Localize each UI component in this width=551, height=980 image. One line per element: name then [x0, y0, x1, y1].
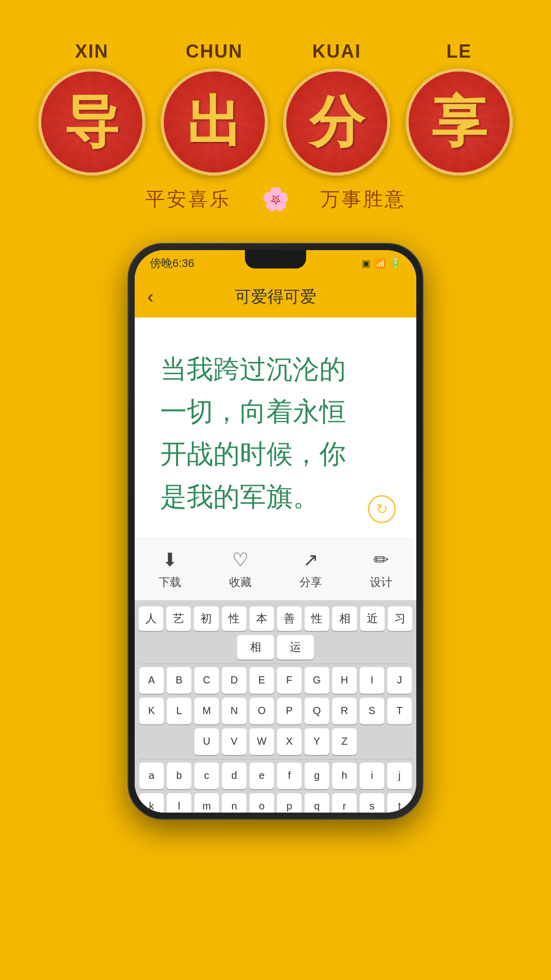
status-time: 傍晚6:36: [150, 256, 194, 271]
key-m[interactable]: m: [194, 793, 219, 813]
key-q[interactable]: q: [305, 793, 329, 813]
key-E[interactable]: E: [249, 667, 274, 694]
key-a[interactable]: a: [139, 763, 164, 789]
key-c[interactable]: c: [194, 763, 219, 789]
key-A[interactable]: A: [139, 667, 164, 694]
key-p[interactable]: p: [277, 793, 302, 813]
design-action[interactable]: ✏ 设计: [370, 549, 392, 590]
key-J[interactable]: J: [387, 667, 412, 694]
char-item-xin: XIN 导: [38, 41, 145, 176]
keyboard-row-2: K L M N O P Q R S T: [139, 698, 412, 724]
key-W[interactable]: W: [249, 728, 274, 755]
key-s[interactable]: s: [360, 793, 384, 813]
key-P[interactable]: P: [277, 698, 302, 724]
key-l[interactable]: l: [167, 793, 191, 813]
key-X[interactable]: X: [277, 728, 302, 755]
subtitle-left: 平安喜乐: [145, 186, 231, 212]
key-Z[interactable]: Z: [332, 728, 357, 755]
key-suggestion-6[interactable]: 性: [305, 606, 329, 631]
key-n[interactable]: n: [222, 793, 246, 813]
keyboard-divider-2: [139, 759, 412, 760]
keyboard-row-5: k l m n o p q r s t: [139, 793, 412, 813]
wifi-icon: 📶: [374, 258, 386, 269]
char-item-kuai: KUAI 分: [283, 41, 390, 176]
char-label-xin: XIN: [75, 41, 109, 62]
key-suggestion-1[interactable]: 艺: [166, 606, 191, 631]
key-L[interactable]: L: [167, 698, 191, 724]
key-suggestion-2[interactable]: 初: [194, 606, 218, 631]
char-chinese-kuai: 分: [309, 94, 364, 150]
key-f[interactable]: f: [277, 763, 302, 789]
key-d[interactable]: d: [222, 763, 246, 789]
key-i[interactable]: i: [360, 763, 384, 789]
char-circle-chun[interactable]: 出: [161, 68, 268, 176]
key-R[interactable]: R: [332, 698, 357, 724]
char-circle-kuai[interactable]: 分: [283, 68, 390, 176]
key-suggestion-11[interactable]: 运: [277, 635, 314, 659]
key-suggestion-4[interactable]: 本: [249, 606, 274, 631]
status-bar: 傍晚6:36 ▣ 📶 🔋: [135, 250, 416, 277]
share-action[interactable]: ↗ 分享: [299, 549, 322, 590]
keyboard-row-3: U V W X Y Z: [139, 728, 412, 755]
key-S[interactable]: S: [360, 698, 384, 724]
content-area: 当我跨过沉沦的一切，向着永恒开战的时候，你是我的军旗。 ↻: [135, 317, 416, 538]
char-chinese-chun: 出: [187, 94, 242, 150]
key-T[interactable]: T: [387, 698, 412, 724]
key-V[interactable]: V: [222, 728, 246, 755]
main-text: 当我跨过沉沦的一切，向着永恒开战的时候，你是我的军旗。: [160, 348, 391, 518]
key-I[interactable]: I: [360, 667, 384, 694]
key-e[interactable]: e: [249, 763, 274, 789]
key-Y[interactable]: Y: [305, 728, 329, 755]
key-D[interactable]: D: [222, 667, 246, 694]
pencil-icon: ✏: [373, 549, 389, 571]
key-k[interactable]: k: [139, 793, 164, 813]
refresh-icon[interactable]: ↻: [368, 495, 396, 523]
key-M[interactable]: M: [194, 698, 219, 724]
key-suggestion-7[interactable]: 相: [332, 606, 357, 631]
subtitle-row: 平安喜乐 🌸 万事胜意: [20, 186, 531, 212]
subtitle-right: 万事胜意: [320, 186, 406, 212]
key-K[interactable]: K: [139, 698, 164, 724]
share-icon: ↗: [303, 549, 318, 571]
key-suggestion-5[interactable]: 善: [277, 606, 302, 631]
key-suggestion-8[interactable]: 近: [360, 606, 385, 631]
suggestion-row-1: 人 艺 初 性 本 善 性 相 近 习: [139, 606, 412, 631]
key-C[interactable]: C: [194, 667, 219, 694]
download-icon: ⬇: [162, 549, 178, 571]
status-notch: [245, 250, 306, 268]
back-button[interactable]: ‹: [147, 286, 154, 308]
char-item-chun: CHUN 出: [161, 41, 268, 176]
favorite-action[interactable]: ♡ 收藏: [229, 549, 252, 590]
top-section: XIN 导 CHUN 出 KUAI 分 LE: [0, 0, 551, 233]
key-suggestion-0[interactable]: 人: [139, 606, 163, 631]
char-circle-le[interactable]: 享: [406, 68, 513, 176]
key-h[interactable]: h: [332, 763, 357, 789]
char-chinese-xin: 导: [64, 94, 119, 150]
app-header: ‹ 可爱得可爱: [135, 277, 416, 317]
key-t[interactable]: t: [387, 793, 412, 813]
key-j[interactable]: j: [387, 763, 412, 789]
key-suggestion-3[interactable]: 性: [222, 606, 246, 631]
suggestion-row-2: 相 运: [139, 635, 412, 659]
key-O[interactable]: O: [249, 698, 274, 724]
key-b[interactable]: b: [167, 763, 191, 789]
key-r[interactable]: r: [332, 793, 357, 813]
key-suggestion-9[interactable]: 习: [388, 606, 412, 631]
heart-icon: ♡: [232, 549, 248, 571]
status-icons: ▣ 📶 🔋: [362, 258, 401, 269]
key-N[interactable]: N: [222, 698, 246, 724]
key-H[interactable]: H: [332, 667, 357, 694]
key-g[interactable]: g: [305, 763, 329, 789]
key-suggestion-10[interactable]: 相: [237, 635, 274, 659]
key-U[interactable]: U: [194, 728, 219, 755]
download-action[interactable]: ⬇ 下载: [159, 549, 181, 590]
key-B[interactable]: B: [167, 667, 191, 694]
char-label-kuai: KUAI: [312, 41, 361, 62]
key-G[interactable]: G: [305, 667, 329, 694]
char-chinese-le: 享: [432, 94, 487, 150]
key-F[interactable]: F: [277, 667, 302, 694]
key-o[interactable]: o: [249, 793, 274, 813]
signal-icon: ▣: [362, 258, 370, 269]
char-circle-xin[interactable]: 导: [38, 68, 145, 176]
key-Q[interactable]: Q: [305, 698, 329, 724]
